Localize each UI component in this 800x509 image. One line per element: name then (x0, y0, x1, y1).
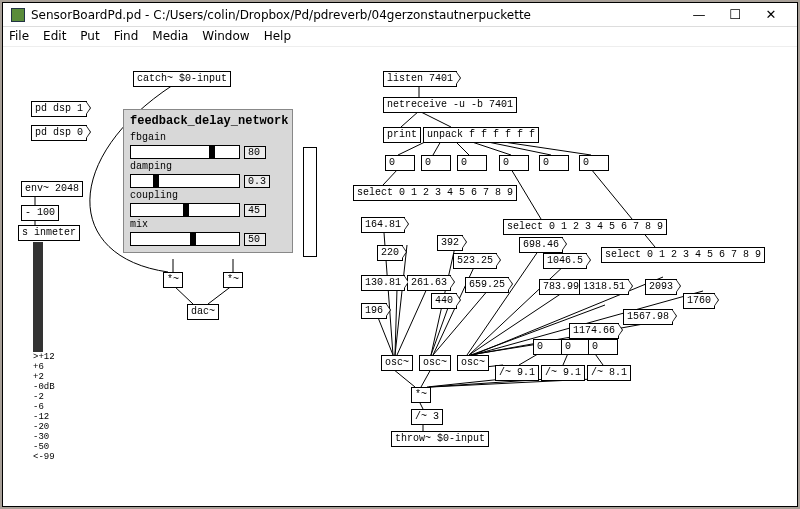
svg-line-10 (433, 141, 441, 155)
obj-env[interactable]: env~ 2048 (21, 181, 83, 197)
vu-label: -50 (33, 442, 55, 452)
obj-osc-2[interactable]: osc~ (419, 355, 451, 371)
vu-label: -12 (33, 412, 55, 422)
maximize-button[interactable]: ☐ (717, 4, 753, 26)
mix-value[interactable]: 50 (244, 233, 266, 246)
obj-unpack[interactable]: unpack f f f f f f (423, 127, 539, 143)
damping-value[interactable]: 0.3 (244, 175, 270, 188)
obj-print[interactable]: print (383, 127, 421, 143)
msg-freq-j[interactable]: 698.46 (519, 237, 563, 253)
obj-select-2[interactable]: select 0 1 2 3 4 5 6 7 8 9 (503, 219, 667, 235)
msg-listen[interactable]: listen 7401 (383, 71, 457, 87)
obj-s-inmeter[interactable]: s inmeter (18, 225, 80, 241)
msg-freq-g[interactable]: 523.25 (453, 253, 497, 269)
num-unpack-2[interactable]: 0 (457, 155, 487, 171)
msg-freq-f[interactable]: 392 (437, 235, 463, 251)
obj-catch[interactable]: catch~ $0-input (133, 71, 231, 87)
svg-line-19 (395, 245, 407, 355)
obj-mult-sum[interactable]: *~ (411, 387, 431, 403)
num-unpack-3[interactable]: 0 (499, 155, 529, 171)
obj-netreceive[interactable]: netreceive -u -b 7401 (383, 97, 517, 113)
obj-div-2[interactable]: /~ 9.1 (541, 365, 585, 381)
vu-label: -20 (33, 422, 55, 432)
num-unpack-4[interactable]: 0 (539, 155, 569, 171)
num-unpack-1[interactable]: 0 (421, 155, 451, 171)
msg-pd-dsp-0[interactable]: pd dsp 0 (31, 125, 87, 141)
msg-freq-h[interactable]: 440 (431, 293, 457, 309)
vu-label: +6 (33, 362, 55, 372)
svg-line-14 (497, 141, 591, 155)
obj-mult-left[interactable]: *~ (163, 272, 183, 288)
num-unpack-5[interactable]: 0 (579, 155, 609, 171)
menubar: File Edit Put Find Media Window Help (3, 27, 797, 47)
menu-media[interactable]: Media (152, 29, 188, 44)
menu-window[interactable]: Window (202, 29, 249, 44)
obj-osc-3[interactable]: osc~ (457, 355, 489, 371)
damping-label: damping (130, 161, 286, 172)
msg-freq-o[interactable]: 1760 (683, 293, 715, 309)
msg-freq-b[interactable]: 220 (377, 245, 403, 261)
mix-slider[interactable] (130, 232, 240, 246)
obj-dac[interactable]: dac~ (187, 304, 219, 320)
msg-freq-n[interactable]: 2093 (645, 279, 677, 295)
msg-freq-l[interactable]: 783.99 (539, 279, 583, 295)
vu-label: <-99 (33, 452, 55, 462)
vu-label: >+12 (33, 352, 55, 362)
app-window: SensorBoardPd.pd - C:/Users/colin/Dropbo… (2, 2, 798, 507)
fbgain-value[interactable]: 80 (244, 146, 266, 159)
close-button[interactable]: ✕ (753, 4, 789, 26)
msg-freq-k[interactable]: 1046.5 (543, 253, 587, 269)
vu-label: +2 (33, 372, 55, 382)
menu-help[interactable]: Help (264, 29, 291, 44)
obj-div-3[interactable]: /~ 8.1 (587, 365, 631, 381)
msg-freq-i[interactable]: 659.25 (465, 277, 509, 293)
patch-canvas[interactable]: pd dsp 1 pd dsp 0 env~ 2048 - 100 s inme… (3, 47, 797, 506)
obj-minus-100[interactable]: - 100 (21, 205, 59, 221)
svg-line-9 (398, 141, 427, 155)
menu-file[interactable]: File (9, 29, 29, 44)
coupling-slider[interactable] (130, 203, 240, 217)
svg-line-20 (395, 289, 397, 355)
svg-line-38 (427, 379, 503, 387)
menu-find[interactable]: Find (114, 29, 139, 44)
subpatch-fdn[interactable]: feedback_delay_network fbgain 80 damping… (123, 109, 293, 253)
mix-label: mix (130, 219, 286, 230)
svg-line-12 (469, 141, 511, 155)
obj-osc-1[interactable]: osc~ (381, 355, 413, 371)
msg-freq-m[interactable]: 1318.51 (579, 279, 629, 295)
vu-meter: >+12 +6 +2 -0dB -2 -6 -12 -20 -30 -50 <-… (33, 242, 63, 462)
obj-throw[interactable]: throw~ $0-input (391, 431, 489, 447)
obj-div-1[interactable]: /~ 9.1 (495, 365, 539, 381)
msg-freq-d[interactable]: 261.63 (407, 275, 451, 291)
damping-slider[interactable] (130, 174, 240, 188)
msg-freq-e[interactable]: 196 (361, 303, 387, 319)
menu-edit[interactable]: Edit (43, 29, 66, 44)
svg-line-22 (377, 315, 393, 355)
obj-select-3[interactable]: select 0 1 2 3 4 5 6 7 8 9 (601, 247, 765, 263)
minimize-button[interactable]: — (681, 4, 717, 26)
menu-put[interactable]: Put (80, 29, 99, 44)
pd-app-icon (11, 8, 25, 22)
obj-div-3-final[interactable]: /~ 3 (411, 409, 443, 425)
window-title: SensorBoardPd.pd - C:/Users/colin/Dropbo… (31, 8, 681, 22)
msg-freq-c[interactable]: 130.81 (361, 275, 405, 291)
num-zero-1[interactable]: 0 (533, 339, 563, 355)
vu-label: -0dB (33, 382, 55, 392)
obj-mult-right[interactable]: *~ (223, 272, 243, 288)
vu-label: -6 (33, 402, 55, 412)
vu-label: -2 (33, 392, 55, 402)
num-zero-2[interactable]: 0 (561, 339, 591, 355)
num-zero-3[interactable]: 0 (588, 339, 618, 355)
fbgain-slider[interactable] (130, 145, 240, 159)
titlebar[interactable]: SensorBoardPd.pd - C:/Users/colin/Dropbo… (3, 3, 797, 27)
msg-pd-dsp-1[interactable]: pd dsp 1 (31, 101, 87, 117)
msg-freq-q[interactable]: 1174.66 (569, 323, 619, 339)
num-unpack-0[interactable]: 0 (385, 155, 415, 171)
vu-label: -30 (33, 432, 55, 442)
obj-select-1[interactable]: select 0 1 2 3 4 5 6 7 8 9 (353, 185, 517, 201)
graph-array[interactable] (303, 147, 317, 257)
svg-line-36 (421, 369, 431, 387)
msg-freq-a[interactable]: 164.81 (361, 217, 405, 233)
msg-freq-p[interactable]: 1567.98 (623, 309, 673, 325)
coupling-value[interactable]: 45 (244, 204, 266, 217)
